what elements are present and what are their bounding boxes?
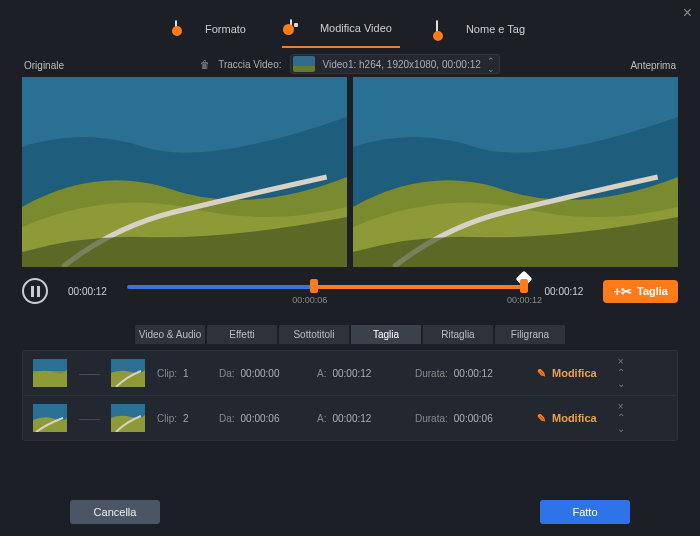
trim-end-handle[interactable]: [520, 279, 528, 293]
modify-button[interactable]: ✎Modifica: [537, 367, 597, 380]
tab-edit-video[interactable]: Modifica Video: [282, 14, 400, 48]
done-button[interactable]: Fatto: [540, 500, 630, 524]
row-close-icon[interactable]: ×: [617, 403, 625, 411]
original-label: Originale: [24, 60, 64, 71]
tag-icon: [436, 20, 438, 34]
close-icon[interactable]: ×: [683, 4, 692, 22]
output-preview: [353, 77, 678, 267]
clip-to-label: A:: [317, 368, 326, 379]
scissors-icon: +✂: [613, 284, 632, 299]
clip-num-value: 2: [183, 413, 189, 424]
clip-dash: ——: [79, 412, 99, 424]
clip-from-value: 00:00:06: [241, 413, 280, 424]
clip-row[interactable]: —— Clip:1 Da:00:00:00 A:00:00:12 Durata:…: [23, 351, 677, 396]
top-tabs: Formato Modifica Video Nome e Tag: [0, 14, 700, 48]
tab-name-tag[interactable]: Nome e Tag: [428, 14, 533, 48]
clip-from-label: Da:: [219, 413, 235, 424]
trim-slider[interactable]: 00:00:06 00:00:12: [127, 277, 525, 305]
track-thumb-icon: [293, 56, 315, 72]
clip-thumb-start: [33, 404, 67, 432]
clip-dur-label: Durata:: [415, 413, 448, 424]
tab-format-label: Formato: [205, 23, 246, 35]
file-icon: [175, 20, 177, 34]
subtab-video-audio[interactable]: Video & Audio: [135, 325, 205, 344]
clip-dur-value: 00:00:12: [454, 368, 493, 379]
cancel-button[interactable]: Cancella: [70, 500, 160, 524]
row-up-icon[interactable]: ⌃: [617, 414, 625, 422]
subtab-watermark[interactable]: Filigrana: [495, 325, 565, 344]
subtab-subtitles[interactable]: Sottotitoli: [279, 325, 349, 344]
svg-rect-3: [33, 359, 67, 371]
tab-name-tag-label: Nome e Tag: [466, 23, 525, 35]
track-value: Video1: h264, 1920x1080, 00:00:12: [323, 59, 481, 70]
edit-subtabs: Video & Audio Effetti Sottotitoli Taglia…: [0, 325, 700, 344]
clip-to-value: 00:00:12: [332, 413, 371, 424]
clip-num-label: Clip:: [157, 368, 177, 379]
cut-button[interactable]: +✂ Taglia: [603, 280, 678, 303]
trim-end-time: 00:00:12: [507, 295, 542, 305]
play-pause-button[interactable]: [22, 278, 48, 304]
trim-start-time: 00:00:06: [292, 295, 327, 305]
tab-edit-label: Modifica Video: [320, 22, 392, 34]
clip-dur-label: Durata:: [415, 368, 448, 379]
pencil-icon: ✎: [537, 412, 546, 425]
cut-button-label: Taglia: [637, 285, 668, 297]
clip-from-label: Da:: [219, 368, 235, 379]
clip-thumb-end: [111, 404, 145, 432]
clip-thumb-start: [33, 359, 67, 387]
time-total: 00:00:12: [544, 286, 583, 297]
clip-row[interactable]: —— Clip:2 Da:00:00:06 A:00:00:12 Durata:…: [23, 396, 677, 440]
modify-button[interactable]: ✎Modifica: [537, 412, 597, 425]
subtab-cut[interactable]: Taglia: [351, 325, 421, 344]
video-track-select[interactable]: Video1: h264, 1920x1080, 00:00:12 ⌃⌄: [290, 54, 500, 74]
original-preview: [22, 77, 347, 267]
row-down-icon[interactable]: ⌄: [617, 425, 625, 433]
modify-label: Modifica: [552, 412, 597, 424]
clip-thumb-end: [111, 359, 145, 387]
trim-start-handle[interactable]: [310, 279, 318, 293]
row-up-icon[interactable]: ⌃: [617, 369, 625, 377]
clip-dur-value: 00:00:06: [454, 413, 493, 424]
subtab-crop[interactable]: Ritaglia: [423, 325, 493, 344]
pencil-icon: ✎: [537, 367, 546, 380]
pause-icon: [31, 286, 40, 297]
clip-num-value: 1: [183, 368, 189, 379]
clip-to-label: A:: [317, 413, 326, 424]
clip-list: —— Clip:1 Da:00:00:00 A:00:00:12 Durata:…: [22, 350, 678, 441]
clip-to-value: 00:00:12: [332, 368, 371, 379]
row-close-icon[interactable]: ×: [617, 358, 625, 366]
time-current: 00:00:12: [68, 286, 107, 297]
modify-label: Modifica: [552, 367, 597, 379]
preview-label: Anteprima: [630, 60, 676, 71]
tab-format[interactable]: Formato: [167, 14, 254, 48]
clip-dash: ——: [79, 367, 99, 379]
clip-num-label: Clip:: [157, 413, 177, 424]
video-edit-icon: [290, 19, 292, 33]
clip-from-value: 00:00:00: [241, 368, 280, 379]
subtab-effects[interactable]: Effetti: [207, 325, 277, 344]
chevron-updown-icon: ⌃⌄: [487, 57, 495, 73]
row-down-icon[interactable]: ⌄: [617, 380, 625, 388]
